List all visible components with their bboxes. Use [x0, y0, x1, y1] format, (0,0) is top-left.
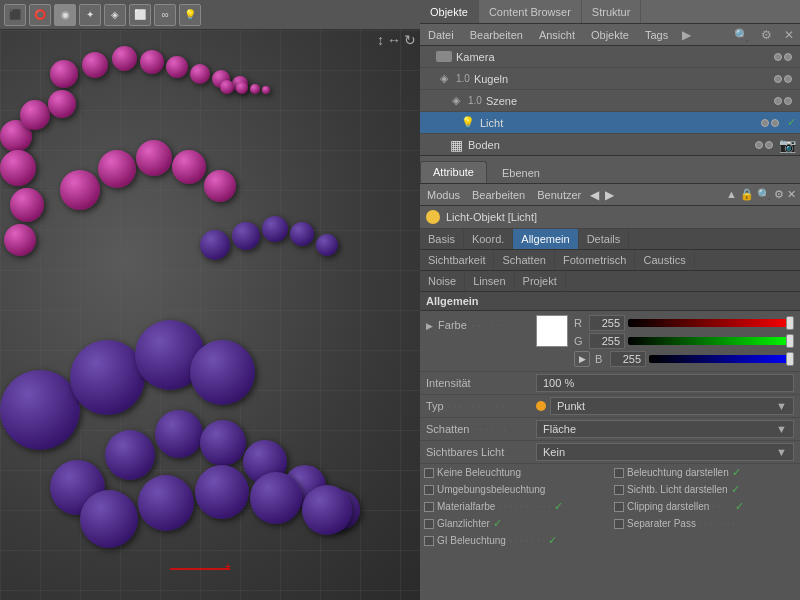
- viewport-canvas[interactable]: ↕ ↔ ↻: [0, 30, 420, 600]
- mode-arrow-right[interactable]: ▶: [605, 188, 614, 202]
- channel-b-value[interactable]: 255: [610, 351, 646, 367]
- channel-r-bar[interactable]: [628, 319, 794, 327]
- prop-tab-caustics[interactable]: Caustics: [635, 250, 694, 270]
- hsl-toggle[interactable]: ▶: [574, 351, 590, 367]
- prop-row-schatten: Schatten · · · · · · Fläche ▼: [420, 418, 800, 441]
- dot1[interactable]: [774, 97, 782, 105]
- menu-search[interactable]: 🔍: [732, 26, 751, 44]
- check-gi-beleuchtung: GI Beleuchtung · · · · · · · ✓: [420, 532, 610, 549]
- mode-bearbeiten[interactable]: Bearbeiten: [469, 188, 528, 202]
- checkbox-separater-pass[interactable]: [614, 519, 624, 529]
- prop-tab-fotometrisch[interactable]: Fotometrisch: [555, 250, 636, 270]
- channel-r-handle[interactable]: [786, 316, 794, 330]
- tab-attribute[interactable]: Attribute: [420, 161, 487, 183]
- menu-close[interactable]: ✕: [782, 26, 796, 44]
- dot2[interactable]: [765, 141, 773, 149]
- sichtbares-dropdown[interactable]: Kein ▼: [536, 443, 794, 461]
- channel-g-handle[interactable]: [786, 334, 794, 348]
- mode-up-arrow[interactable]: ▲: [726, 188, 737, 201]
- checkbox-materialfarbe[interactable]: [424, 502, 434, 512]
- tab-content-browser[interactable]: Content Browser: [479, 0, 582, 23]
- nav-rotate[interactable]: ↻: [404, 32, 416, 48]
- toolbar-icon-1[interactable]: ⬛: [4, 4, 26, 26]
- prop-tab-sichtbarkeit[interactable]: Sichtbarkeit: [420, 250, 494, 270]
- obj-row-kugeln[interactable]: ◈ 1.0 Kugeln: [420, 68, 800, 90]
- tab-struktur[interactable]: Struktur: [582, 0, 642, 23]
- obj-row-kamera[interactable]: Kamera: [420, 46, 800, 68]
- intensity-field[interactable]: 100 %: [536, 374, 794, 392]
- checkbox-gi-beleuchtung[interactable]: [424, 536, 434, 546]
- menu-datei[interactable]: Datei: [424, 27, 458, 43]
- channel-r-value[interactable]: 255: [589, 315, 625, 331]
- schatten-arrow: ▼: [776, 423, 787, 435]
- dot2[interactable]: [784, 97, 792, 105]
- obj-row-boden[interactable]: ▦ Boden 📷: [420, 134, 800, 156]
- tab-ebenen[interactable]: Ebenen: [489, 162, 553, 183]
- prop-tab-projekt[interactable]: Projekt: [515, 271, 566, 291]
- channel-b-handle[interactable]: [786, 352, 794, 366]
- mode-settings[interactable]: ⚙: [774, 188, 784, 201]
- toolbar-icon-8[interactable]: 💡: [179, 4, 201, 26]
- channel-b-label: B: [595, 353, 607, 365]
- prop-tabs-row3: Noise Linsen Projekt: [420, 271, 800, 292]
- checkbox-clipping[interactable]: [614, 502, 624, 512]
- dot2[interactable]: [784, 53, 792, 61]
- prop-tab-noise[interactable]: Noise: [420, 271, 465, 291]
- dot2[interactable]: [784, 75, 792, 83]
- prop-tab-basis[interactable]: Basis: [420, 229, 464, 249]
- prop-tab-koord[interactable]: Koord.: [464, 229, 513, 249]
- prop-tab-details[interactable]: Details: [579, 229, 630, 249]
- nav-move[interactable]: ↕: [377, 32, 384, 48]
- check-sichtb-licht: Sichtb. Licht darstellen ✓: [610, 481, 800, 498]
- dot2[interactable]: [771, 119, 779, 127]
- dot1[interactable]: [774, 75, 782, 83]
- menu-objekte[interactable]: Objekte: [587, 27, 633, 43]
- prop-tab-linsen[interactable]: Linsen: [465, 271, 514, 291]
- toolbar-icon-5[interactable]: ◈: [104, 4, 126, 26]
- checkbox-umgebungsbeleuchtung[interactable]: [424, 485, 434, 495]
- mode-close[interactable]: ✕: [787, 188, 796, 201]
- menu-arrow-right[interactable]: ▶: [680, 26, 693, 44]
- dot1[interactable]: [774, 53, 782, 61]
- toolbar-icon-7[interactable]: ∞: [154, 4, 176, 26]
- dot1[interactable]: [755, 141, 763, 149]
- tab-objekte[interactable]: Objekte: [420, 0, 479, 23]
- expand-arrow-icon[interactable]: ▶: [426, 321, 433, 331]
- channel-b-bar[interactable]: [649, 355, 794, 363]
- prop-tab-allgemein[interactable]: Allgemein: [513, 229, 578, 249]
- menu-bearbeiten[interactable]: Bearbeiten: [466, 27, 527, 43]
- check-keine-beleuchtung: Keine Beleuchtung: [420, 464, 610, 481]
- properties-panel: Allgemein ▶ Farbe · · · · · · R 255 G: [420, 292, 800, 600]
- mode-modus[interactable]: Modus: [424, 188, 463, 202]
- checkbox-sichtb-licht[interactable]: [614, 485, 624, 495]
- viewport: ⬛ ⭕ ◉ ✦ ◈ ⬜ ∞ 💡 ↕ ↔ ↻: [0, 0, 420, 600]
- schatten-dropdown[interactable]: Fläche ▼: [536, 420, 794, 438]
- channel-g-bar[interactable]: [628, 337, 794, 345]
- toolbar-icon-2[interactable]: ⭕: [29, 4, 51, 26]
- toolbar-icon-3[interactable]: ◉: [54, 4, 76, 26]
- menu-settings[interactable]: ⚙: [759, 26, 774, 44]
- checkmark-material: ✓: [554, 500, 563, 513]
- toolbar-icon-6[interactable]: ⬜: [129, 4, 151, 26]
- mode-arrow-left[interactable]: ◀: [590, 188, 599, 202]
- menu-tags[interactable]: Tags: [641, 27, 672, 43]
- mode-search[interactable]: 🔍: [757, 188, 771, 201]
- checkbox-keine-beleuchtung[interactable]: [424, 468, 434, 478]
- checkbox-glanzlichter[interactable]: [424, 519, 434, 529]
- checkbox-beleuchtung-darstellen[interactable]: [614, 468, 624, 478]
- prop-tab-schatten[interactable]: Schatten: [494, 250, 554, 270]
- toolbar-icon-4[interactable]: ✦: [79, 4, 101, 26]
- nav-zoom[interactable]: ↔: [387, 32, 401, 48]
- objects-panel: Kamera ◈ 1.0 Kugeln ◈ 1.0 Szene: [420, 46, 800, 156]
- channel-g-value[interactable]: 255: [589, 333, 625, 349]
- check-separater-pass: Separater Pass · · · · · · ·: [610, 515, 800, 532]
- typ-dropdown[interactable]: Punkt ▼: [550, 397, 794, 415]
- color-preview[interactable]: [536, 315, 568, 347]
- menu-ansicht[interactable]: Ansicht: [535, 27, 579, 43]
- mode-lock[interactable]: 🔒: [740, 188, 754, 201]
- obj-row-licht[interactable]: 💡 Licht ✓: [420, 112, 800, 134]
- dot1[interactable]: [761, 119, 769, 127]
- typ-dot-indicator: [536, 401, 546, 411]
- mode-benutzer[interactable]: Benutzer: [534, 188, 584, 202]
- obj-row-szene[interactable]: ◈ 1.0 Szene: [420, 90, 800, 112]
